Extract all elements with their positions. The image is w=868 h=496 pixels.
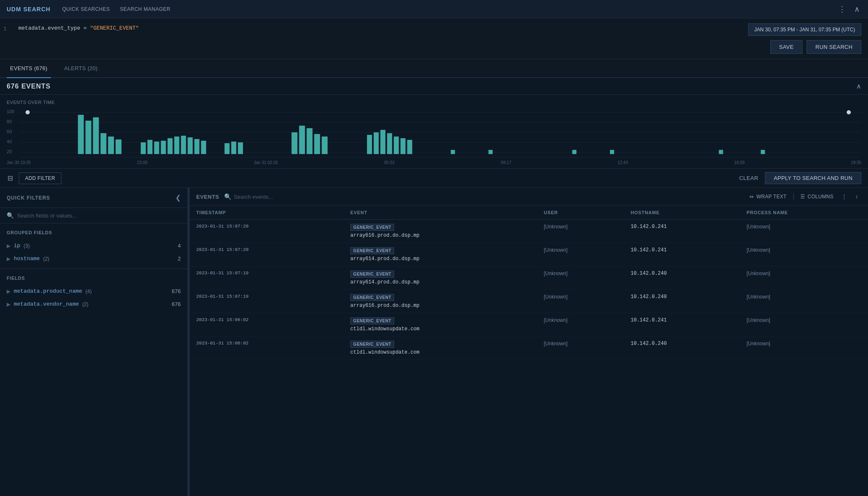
events-search-input[interactable]: [234, 194, 741, 200]
chart-x-label-3: 05:52: [384, 160, 395, 165]
svg-point-12: [846, 110, 851, 115]
save-button[interactable]: SAVE: [770, 40, 802, 54]
event-badge-2: GENERIC_EVENT: [350, 271, 394, 278]
columns-icon: ☰: [800, 194, 805, 200]
svg-rect-15: [93, 117, 99, 154]
collapse-events-icon[interactable]: ∧: [856, 82, 861, 90]
wrap-text-button[interactable]: ⇔ WRAP TEXT: [746, 192, 790, 201]
hostname-field-count: (2): [43, 256, 49, 262]
svg-point-11: [25, 110, 30, 115]
svg-rect-41: [394, 137, 399, 154]
fields-divider: [0, 268, 187, 269]
cell-event-4: GENERIC_EVENT ctldl.windowsupdate.com: [344, 313, 537, 337]
main-content: QUICK FILTERS ❮ 🔍 GROUPED FIELDS ▶ ip (3…: [0, 188, 868, 496]
event-name-2: array614.prod.do.dsp.mp: [350, 279, 530, 285]
events-search-icon: 🔍: [224, 193, 231, 200]
cell-timestamp-5: 2023-01-31 15:06:02: [190, 337, 344, 360]
svg-rect-20: [147, 140, 152, 154]
add-filter-button[interactable]: ADD FILTER: [19, 172, 61, 184]
col-header-hostname: HOSTNAME: [624, 206, 740, 220]
svg-rect-30: [231, 142, 236, 154]
chart-container[interactable]: 100 80 60 40 20: [7, 108, 861, 167]
table-row[interactable]: 2023-01-31 15:07:19 GENERIC_EVENT array6…: [190, 290, 868, 313]
top-bar: UDM SEARCH QUICK SEARCHES SEARCH MANAGER…: [0, 0, 868, 18]
filter-group-hostname[interactable]: ▶ hostname (2) 2: [0, 252, 187, 265]
svg-rect-49: [761, 150, 765, 154]
svg-rect-45: [488, 150, 493, 154]
svg-rect-26: [187, 137, 192, 154]
cell-timestamp-3: 2023-01-31 15:07:19: [190, 290, 344, 313]
ip-field-count: (3): [24, 243, 30, 249]
events-table: TIMESTAMP EVENT USER HOSTNAME PROCESS NA…: [190, 206, 868, 360]
filter-group-ip[interactable]: ▶ ip (3) 4: [0, 239, 187, 252]
table-row[interactable]: 2023-01-31 15:07:20 GENERIC_EVENT array6…: [190, 243, 868, 266]
cell-hostname-4: 10.142.0.241: [624, 313, 740, 337]
filter-bar: ⊟ ADD FILTER CLEAR APPLY TO SEARCH AND R…: [0, 169, 868, 188]
more-options-button[interactable]: ⋮: [837, 3, 848, 15]
chart-area: EVENTS OVER TIME 100 80 60 40 20: [0, 95, 868, 169]
table-row[interactable]: 2023-01-31 15:07:20 GENERIC_EVENT array6…: [190, 220, 868, 243]
chart-x-label-7: 19:35: [851, 160, 861, 165]
filters-content: GROUPED FIELDS ▶ ip (3) 4 ▶ hostname (2)…: [0, 223, 187, 496]
tab-events[interactable]: EVENTS (676): [7, 59, 51, 78]
table-row[interactable]: 2023-01-31 15:07:19 GENERIC_EVENT array6…: [190, 266, 868, 290]
svg-rect-36: [322, 137, 328, 154]
quick-filters-search-input[interactable]: [17, 213, 181, 219]
svg-text:80: 80: [7, 119, 12, 124]
expand-vendor-name-icon: ▶: [7, 301, 10, 307]
events-panel-tools: ⇔ WRAP TEXT ☰ COLUMNS ⋮ ↕: [746, 192, 861, 201]
vendor-name-count: (2): [82, 301, 89, 307]
svg-rect-13: [78, 115, 84, 154]
cell-user-3: [Unknown]: [537, 290, 624, 313]
table-row[interactable]: 2023-01-31 15:06:02 GENERIC_EVENT ctldl.…: [190, 313, 868, 337]
run-search-button[interactable]: RUN SEARCH: [807, 40, 861, 54]
cell-hostname-1: 10.142.0.241: [624, 243, 740, 266]
top-nav: QUICK SEARCHES SEARCH MANAGER: [62, 5, 170, 14]
svg-rect-40: [387, 133, 392, 154]
col-header-process-name: PROCESS NAME: [740, 206, 868, 220]
collapse-top-button[interactable]: ∧: [853, 3, 861, 15]
expand-product-name-icon: ▶: [7, 288, 10, 294]
events-table-container[interactable]: TIMESTAMP EVENT USER HOSTNAME PROCESS NA…: [190, 206, 868, 496]
svg-rect-31: [238, 142, 243, 154]
more-options-table-button[interactable]: ⋮: [838, 192, 850, 201]
event-badge-4: GENERIC_EVENT: [350, 317, 394, 324]
collapse-sidebar-button[interactable]: ❮: [175, 194, 181, 202]
svg-rect-18: [116, 139, 121, 154]
table-row[interactable]: 2023-01-31 15:06:02 GENERIC_EVENT ctldl.…: [190, 337, 868, 360]
event-name-0: array616.prod.do.dsp.mp: [350, 233, 530, 238]
clear-button[interactable]: CLEAR: [732, 172, 765, 184]
chart-x-label-2: Jan 31 02:26: [254, 160, 278, 165]
product-name-value: 676: [172, 288, 181, 294]
chart-x-label-1: 23:00: [137, 160, 147, 165]
event-name-4: ctldl.windowsupdate.com: [350, 326, 530, 332]
date-range-button[interactable]: JAN 30, 07:35 PM - JAN 31, 07:35 PM (UTC…: [748, 23, 861, 36]
svg-rect-22: [161, 141, 166, 154]
tab-alerts[interactable]: ALERTS (20): [61, 59, 101, 78]
svg-rect-44: [451, 150, 455, 154]
apply-to-search-button[interactable]: APPLY TO SEARCH AND RUN: [765, 172, 861, 184]
cell-event-0: GENERIC_EVENT array616.prod.do.dsp.mp: [344, 220, 537, 243]
table-header-row: TIMESTAMP EVENT USER HOSTNAME PROCESS NA…: [190, 206, 868, 220]
search-manager-nav[interactable]: SEARCH MANAGER: [120, 5, 170, 14]
chart-x-label-4: 09:17: [501, 160, 511, 165]
columns-button[interactable]: ☰ COLUMNS: [797, 192, 837, 201]
svg-rect-29: [225, 143, 230, 154]
events-panel-title: EVENTS: [196, 194, 219, 200]
svg-text:100: 100: [7, 109, 14, 114]
expand-ip-icon: ▶: [7, 243, 10, 249]
tool-separator: [793, 193, 794, 200]
sort-button[interactable]: ↕: [852, 192, 861, 201]
svg-rect-28: [201, 141, 206, 154]
top-bar-actions: ⋮ ∧: [837, 3, 861, 15]
svg-rect-46: [572, 150, 577, 154]
fields-label: FIELDS: [0, 272, 187, 285]
quick-searches-nav[interactable]: QUICK SEARCHES: [62, 5, 110, 14]
filter-settings-icon[interactable]: ⊟: [7, 173, 14, 183]
filter-group-vendor-name[interactable]: ▶ metadata.vendor_name (2) 676: [0, 298, 187, 311]
filter-group-product-name[interactable]: ▶ metadata.product_name (4) 676: [0, 285, 187, 298]
chart-x-label-6: 16:09: [734, 160, 744, 165]
wrap-text-label: WRAP TEXT: [757, 194, 787, 200]
cell-process-4: [Unknown]: [740, 313, 868, 337]
svg-rect-24: [174, 137, 179, 154]
